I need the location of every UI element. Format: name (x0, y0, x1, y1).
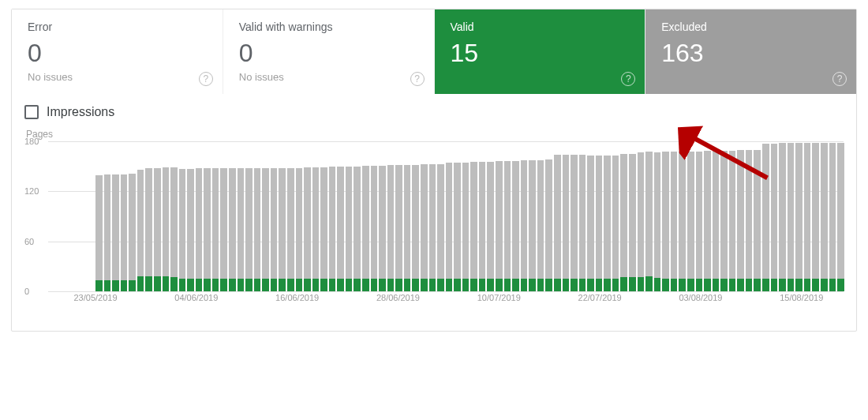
chart-bar[interactable] (145, 141, 152, 291)
chart-bar[interactable] (429, 141, 436, 291)
chart-bar[interactable] (504, 141, 511, 291)
chart-bar[interactable] (746, 141, 753, 291)
chart-bar[interactable] (462, 141, 470, 291)
help-icon[interactable]: ? (832, 72, 847, 86)
chart-bar[interactable] (512, 141, 519, 291)
chart-bar[interactable] (220, 141, 227, 291)
chart-bar[interactable] (537, 141, 544, 291)
chart-bar[interactable] (571, 141, 578, 291)
chart-bar[interactable] (620, 141, 627, 291)
chart-bar[interactable] (179, 141, 186, 291)
chart-bar[interactable] (163, 141, 170, 291)
card-valid[interactable]: Valid 15 ? (435, 9, 646, 94)
chart-bar[interactable] (713, 141, 720, 291)
chart-bar[interactable] (245, 141, 253, 291)
chart-bar[interactable] (821, 141, 828, 291)
chart-bar[interactable] (729, 141, 736, 291)
chart-bar[interactable] (829, 141, 836, 291)
chart-bar[interactable] (704, 141, 711, 291)
chart-bar[interactable] (563, 141, 570, 291)
chart-bar[interactable] (812, 141, 819, 291)
chart-bar[interactable] (271, 141, 278, 291)
chart-bar[interactable] (362, 141, 369, 291)
chart-bar[interactable] (529, 141, 536, 291)
chart-bar[interactable] (487, 141, 494, 291)
chart-bar[interactable] (804, 141, 811, 291)
card-valid-with-warnings[interactable]: Valid with warnings 0 No issues ? (223, 9, 435, 94)
help-icon[interactable]: ? (621, 72, 635, 86)
chart-bar[interactable] (629, 141, 636, 291)
chart-bar[interactable] (788, 141, 795, 291)
chart-bar[interactable] (129, 141, 136, 291)
help-icon[interactable]: ? (199, 72, 213, 86)
chart-bar[interactable] (379, 141, 386, 291)
chart-bar[interactable] (287, 141, 294, 291)
chart-bar[interactable] (454, 141, 461, 291)
chart-bar[interactable] (137, 141, 144, 291)
card-excluded[interactable]: Excluded 163 ? (645, 9, 856, 94)
chart-bar[interactable] (112, 141, 119, 291)
chart-bar[interactable] (421, 141, 428, 291)
chart-bar[interactable] (687, 141, 694, 291)
chart-bar[interactable] (645, 141, 653, 291)
chart-bar[interactable] (779, 141, 786, 291)
chart-bar[interactable] (229, 141, 236, 291)
chart-bar[interactable] (337, 141, 344, 291)
chart-bar[interactable] (479, 141, 486, 291)
chart-bar[interactable] (395, 141, 402, 291)
chart-bar[interactable] (304, 141, 311, 291)
chart-bar[interactable] (154, 141, 161, 291)
chart-bar[interactable] (720, 141, 728, 291)
chart-bar[interactable] (737, 141, 744, 291)
chart-bar[interactable] (545, 141, 552, 291)
chart-bar[interactable] (771, 141, 778, 291)
chart-bar[interactable] (212, 141, 219, 291)
chart-bar[interactable] (187, 141, 194, 291)
chart-bar[interactable] (638, 141, 645, 291)
chart-x-tick: 04/06/2019 (174, 293, 218, 302)
chart-bar[interactable] (329, 141, 336, 291)
chart-bar[interactable] (104, 141, 111, 291)
chart-bar[interactable] (521, 141, 528, 291)
chart-bar[interactable] (754, 141, 761, 291)
help-icon[interactable]: ? (410, 72, 425, 86)
chart-bar[interactable] (254, 141, 261, 291)
impressions-checkbox[interactable] (24, 105, 39, 119)
chart-bar[interactable] (404, 141, 411, 291)
chart-bar[interactable] (95, 141, 103, 291)
chart-bar[interactable] (238, 141, 245, 291)
chart-bar[interactable] (470, 141, 477, 291)
chart-bar[interactable] (671, 141, 678, 291)
chart-bar[interactable] (412, 141, 419, 291)
chart-bar[interactable] (387, 141, 395, 291)
chart-bar[interactable] (170, 141, 178, 291)
chart-bar[interactable] (204, 141, 211, 291)
chart-bar[interactable] (320, 141, 327, 291)
chart-bar[interactable] (604, 141, 611, 291)
chart-bar[interactable] (554, 141, 561, 291)
chart-bar[interactable] (662, 141, 669, 291)
chart-bar[interactable] (446, 141, 453, 291)
chart-bar[interactable] (279, 141, 286, 291)
chart-bar[interactable] (612, 141, 619, 291)
chart-bar[interactable] (679, 141, 686, 291)
chart-bar[interactable] (296, 141, 303, 291)
chart-bar[interactable] (354, 141, 361, 291)
chart-bar[interactable] (121, 141, 128, 291)
card-error[interactable]: Error 0 No issues ? (12, 9, 223, 94)
chart-bar[interactable] (762, 141, 769, 291)
chart-bar[interactable] (596, 141, 603, 291)
chart-bar[interactable] (371, 141, 378, 291)
chart-bar[interactable] (437, 141, 444, 291)
chart-bar[interactable] (587, 141, 594, 291)
chart-bar[interactable] (346, 141, 353, 291)
chart-bar[interactable] (696, 141, 703, 291)
chart-bar[interactable] (262, 141, 269, 291)
chart-bar[interactable] (654, 141, 661, 291)
chart-bar[interactable] (579, 141, 586, 291)
chart-bar[interactable] (196, 141, 203, 291)
chart-bar[interactable] (837, 141, 844, 291)
chart-bar[interactable] (795, 141, 803, 291)
chart-bar[interactable] (496, 141, 503, 291)
chart-bar[interactable] (312, 141, 320, 291)
